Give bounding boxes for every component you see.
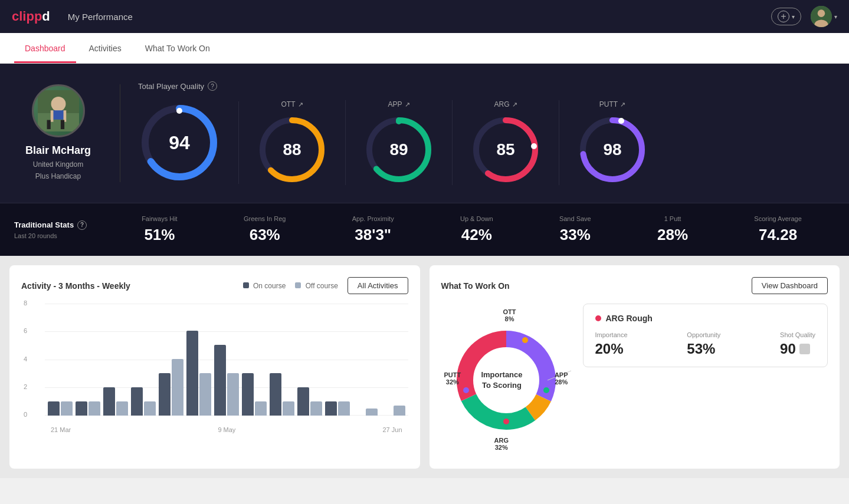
svg-point-32 — [543, 387, 549, 393]
gauge-ott: OTT ↗ 88 — [239, 100, 346, 185]
svg-point-1 — [818, 9, 825, 17]
bar-off-12 — [366, 409, 378, 416]
donut-label-ott: OTT 8% — [503, 308, 516, 322]
stat-scoring-avg: Scoring Average 74.28 — [754, 215, 802, 244]
bar-group-3 — [103, 387, 128, 416]
avatar-chevron-icon: ▾ — [834, 14, 837, 20]
what-panel-title: What To Work On — [441, 281, 510, 291]
svg-point-21 — [531, 143, 537, 149]
nav-title: My Performance — [68, 12, 771, 22]
gauge-row: 94 OTT ↗ 88 AP — [138, 100, 835, 185]
shot-quality-value: 90 — [780, 341, 796, 357]
donut-label-app: APP 28% — [555, 371, 568, 386]
bar-off-2 — [88, 401, 100, 416]
top-nav: clippd My Performance + ▾ ▾ — [0, 0, 849, 33]
stat-up-down-label: Up & Down — [460, 215, 493, 222]
donut-label-putt: PUTT 32% — [444, 371, 461, 386]
player-name: Blair McHarg — [25, 144, 91, 157]
legend-off-course: Off course — [295, 282, 337, 290]
gauge-total-value: 94 — [169, 132, 190, 154]
bar-off-10 — [310, 401, 322, 416]
opportunity-value: 53% — [687, 341, 715, 357]
bar-off-9 — [283, 401, 294, 416]
bar-on-1 — [48, 401, 60, 416]
hero-profile: Blair McHarg United Kingdom Plus Handica… — [14, 84, 120, 182]
stat-greens-in-reg: Greens In Reg 63% — [244, 215, 286, 244]
all-activities-button[interactable]: All Activities — [348, 277, 408, 294]
gauge-putt-value: 98 — [603, 140, 621, 159]
bar-group-6 — [186, 331, 211, 416]
stat-scoring-label: Scoring Average — [754, 215, 802, 222]
bar-group-7 — [214, 345, 239, 416]
shot-quality-bar: 90 — [780, 341, 810, 357]
bars-container — [45, 304, 408, 416]
bar-group-5 — [159, 359, 183, 416]
stat-fairways-hit: Fairways Hit 51% — [142, 215, 178, 244]
info-stats-row: Importance 20% Opportunity 53% Shot Qual… — [595, 331, 816, 357]
bar-off-1 — [61, 401, 73, 416]
opportunity-label: Opportunity — [687, 331, 720, 338]
gauge-arg-value: 85 — [496, 140, 514, 159]
svg-point-24 — [618, 118, 624, 124]
logo[interactable]: clippd — [12, 9, 50, 24]
player-avatar — [32, 84, 85, 137]
avatar-button[interactable]: ▾ — [811, 6, 837, 27]
shot-quality-stat: Shot Quality 90 — [780, 331, 815, 357]
bar-off-4 — [144, 401, 156, 416]
bar-group-1 — [48, 401, 73, 416]
hero-section: Blair McHarg United Kingdom Plus Handica… — [0, 64, 849, 203]
svg-rect-6 — [51, 111, 65, 120]
add-button[interactable]: + ▾ — [771, 8, 801, 25]
bar-off-13 — [394, 406, 405, 416]
arg-rough-card: ARG Rough Importance 20% Opportunity 53%… — [583, 304, 828, 367]
tab-activities[interactable]: Activities — [78, 35, 132, 63]
arg-red-dot — [595, 315, 601, 321]
activity-chart: 8 6 4 2 0 — [21, 304, 408, 433]
svg-point-5 — [51, 97, 65, 111]
gauge-putt-svg: 98 — [577, 114, 648, 185]
hero-metrics: Total Player Quality ? 94 OTT — [120, 81, 835, 185]
stat-one-putt-label: 1 Putt — [664, 215, 681, 222]
stat-scoring-value: 74.28 — [759, 226, 797, 244]
stat-up-down-value: 42% — [461, 226, 492, 244]
trad-info-icon[interactable]: ? — [77, 220, 87, 230]
importance-label: Importance — [595, 331, 628, 338]
bar-on-5 — [159, 373, 171, 416]
trad-stats-title: Traditional Stats ? — [14, 220, 109, 230]
tab-dashboard[interactable]: Dashboard — [14, 35, 76, 63]
activity-panel-title: Activity - 3 Months - Weekly — [21, 281, 130, 291]
activity-panel: Activity - 3 Months - Weekly On course O… — [9, 265, 420, 469]
x-label-jun: 27 Jun — [382, 426, 402, 433]
traditional-stats: Traditional Stats ? Last 20 rounds Fairw… — [0, 203, 849, 256]
off-course-dot — [295, 282, 301, 288]
svg-rect-10 — [60, 120, 64, 130]
stat-one-putt: 1 Putt 28% — [657, 215, 688, 244]
svg-rect-9 — [47, 120, 50, 130]
view-dashboard-button[interactable]: View Dashboard — [752, 277, 828, 294]
svg-point-34 — [463, 387, 469, 393]
arg-rough-title: ARG Rough — [595, 314, 816, 323]
gauge-app-value: 89 — [389, 140, 408, 159]
gauge-total-svg: 94 — [138, 101, 221, 184]
shot-quality-indicator — [799, 344, 810, 354]
bar-on-9 — [270, 373, 281, 416]
svg-point-33 — [503, 419, 509, 424]
gauge-app: APP ↗ 89 — [346, 100, 453, 185]
bar-group-12 — [353, 409, 378, 416]
metrics-label: Total Player Quality ? — [138, 81, 835, 91]
bar-group-8 — [242, 373, 267, 416]
tabs-bar: Dashboard Activities What To Work On — [0, 33, 849, 64]
svg-point-13 — [176, 108, 182, 114]
tab-what-to-work-on[interactable]: What To Work On — [135, 35, 221, 63]
gauge-arg-label: ARG ↗ — [494, 100, 517, 108]
bar-on-10 — [297, 387, 309, 416]
importance-value: 20% — [595, 341, 624, 357]
add-circle-icon: + — [778, 11, 789, 22]
stat-greens-label: Greens In Reg — [244, 215, 286, 222]
what-panel-content: OTT 8% APP 28% ARG 32% PUTT 32% Importan… — [441, 304, 828, 457]
stat-app-label: App. Proximity — [352, 215, 394, 222]
gauge-arg-svg: 85 — [470, 114, 541, 185]
nav-right: + ▾ ▾ — [771, 6, 837, 27]
tpq-info-icon[interactable]: ? — [208, 81, 217, 91]
x-labels: 21 Mar 9 May 27 Jun — [45, 426, 408, 433]
